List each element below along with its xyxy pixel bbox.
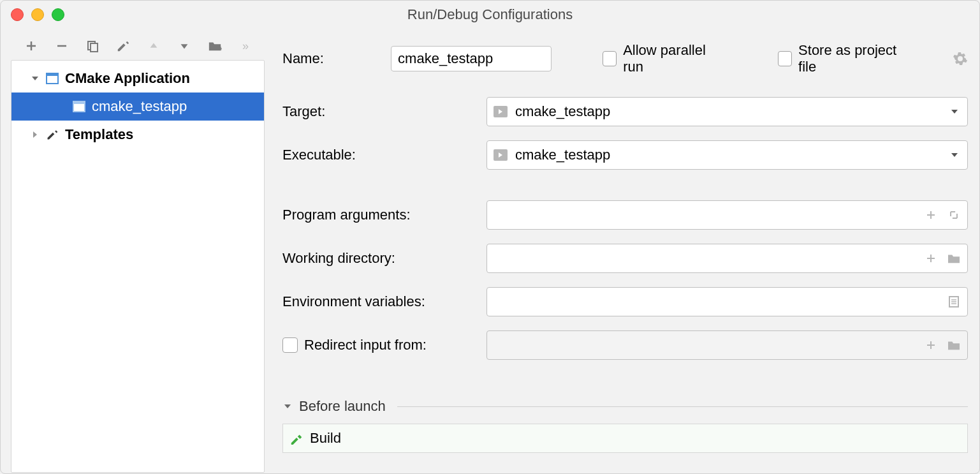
tree-templates-label: Templates: [65, 126, 133, 143]
zoom-window-button[interactable]: [52, 8, 64, 21]
hammer-icon: [289, 431, 304, 445]
env-vars-label: Environment variables:: [282, 293, 486, 310]
before-launch-item-build[interactable]: Build: [283, 424, 967, 452]
target-label: Target:: [282, 103, 486, 120]
section-divider: [397, 406, 968, 407]
wrench-icon: [46, 128, 59, 141]
insert-macro-icon[interactable]: [924, 208, 938, 222]
executable-icon: [494, 106, 508, 117]
config-tree: CMake Application cmake_testapp Template…: [11, 60, 265, 473]
svg-rect-1: [91, 43, 98, 52]
browse-folder-icon[interactable]: [947, 251, 961, 265]
expand-icon: [31, 74, 40, 83]
target-value: cmake_testapp: [515, 103, 610, 120]
cmake-app-icon: [46, 72, 59, 85]
window-controls: [11, 8, 64, 21]
tree-group-label: CMake Application: [65, 70, 190, 87]
tree-item-label: cmake_testapp: [92, 98, 187, 115]
target-combo[interactable]: cmake_testapp: [486, 97, 968, 126]
before-launch-section: Before launch Build: [282, 398, 968, 453]
tree-group-templates[interactable]: Templates: [11, 121, 264, 149]
edit-templates-button[interactable]: [115, 38, 131, 54]
tree-item-cmake-testapp[interactable]: cmake_testapp: [11, 93, 264, 121]
svg-rect-4: [47, 73, 58, 76]
redirect-input-checkbox[interactable]: Redirect input from:: [282, 337, 427, 353]
insert-macro-icon[interactable]: [924, 251, 938, 265]
collapse-icon[interactable]: [282, 401, 293, 411]
checkbox-icon: [282, 337, 298, 353]
before-launch-list: Build: [282, 424, 968, 453]
cmake-app-icon: [73, 100, 85, 113]
program-args-input[interactable]: [486, 200, 968, 230]
folder-button[interactable]: +: [207, 38, 223, 54]
dropdown-icon: [949, 107, 960, 117]
env-vars-input[interactable]: [486, 287, 968, 316]
config-editor: Name: Allow parallel run Store as projec…: [267, 29, 979, 474]
checkbox-icon: [778, 51, 792, 66]
expand-field-icon[interactable]: [947, 208, 961, 222]
dropdown-icon: [949, 150, 960, 160]
move-up-button[interactable]: [146, 38, 161, 54]
add-config-button[interactable]: [24, 38, 39, 54]
allow-parallel-checkbox[interactable]: Allow parallel run: [603, 42, 720, 75]
collapsed-icon: [31, 130, 40, 139]
svg-rect-6: [73, 101, 85, 104]
working-dir-input[interactable]: [486, 244, 968, 273]
before-launch-title: Before launch: [299, 398, 386, 415]
move-down-button[interactable]: [177, 38, 192, 54]
browse-folder-icon: [947, 338, 961, 352]
checkbox-icon: [603, 51, 617, 66]
store-as-file-label: Store as project file: [798, 42, 908, 75]
store-as-file-checkbox[interactable]: Store as project file: [778, 42, 908, 75]
executable-label: Executable:: [282, 147, 486, 163]
tree-group-cmake-application[interactable]: CMake Application: [11, 64, 264, 93]
close-window-button[interactable]: [11, 8, 24, 21]
store-as-file-gear-icon[interactable]: [953, 51, 968, 66]
edit-list-icon[interactable]: [947, 295, 961, 309]
name-label: Name:: [282, 50, 353, 67]
working-dir-label: Working directory:: [282, 250, 486, 267]
copy-config-button[interactable]: [85, 38, 100, 54]
remove-config-button[interactable]: [54, 38, 69, 54]
executable-combo[interactable]: cmake_testapp: [486, 140, 968, 170]
minimize-window-button[interactable]: [31, 8, 44, 21]
redirect-input-field: [486, 330, 968, 360]
program-args-label: Program arguments:: [282, 207, 486, 223]
svg-text:+: +: [219, 45, 222, 52]
executable-value: cmake_testapp: [515, 147, 610, 163]
sidebar-toolbar: + »: [1, 38, 267, 60]
window-titlebar: Run/Debug Configurations: [1, 1, 979, 29]
executable-icon: [494, 149, 508, 161]
name-input[interactable]: [391, 46, 552, 71]
window-title: Run/Debug Configurations: [1, 6, 979, 23]
configurations-sidebar: + » CMake Application cmake_testapp Temp…: [1, 29, 267, 474]
before-launch-item-label: Build: [310, 430, 341, 447]
redirect-input-label: Redirect input from:: [304, 337, 427, 353]
insert-macro-icon: [924, 338, 938, 352]
more-toolbar-button[interactable]: »: [238, 38, 253, 54]
allow-parallel-label: Allow parallel run: [623, 42, 720, 75]
